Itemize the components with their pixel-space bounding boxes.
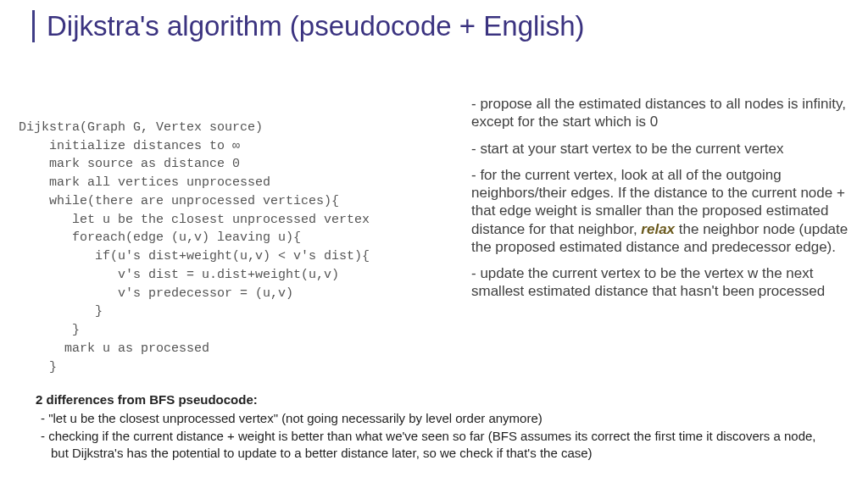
code-line: let u be the closest unprocessed vertex (19, 213, 370, 227)
code-line: while(there are unprocessed vertices){ (19, 194, 339, 208)
english-point: - update the current vertex to be the ve… (471, 264, 853, 301)
code-line: } (19, 323, 80, 337)
code-line: if(u's dist+weight(u,v) < v's dist){ (19, 249, 370, 263)
english-point: - for the current vertex, look at all of… (471, 166, 853, 256)
diffs-heading: 2 differences from BFS pseudocode: (36, 391, 832, 408)
code-line: mark u as processed (19, 341, 209, 356)
diffs-item: - "let u be the closest unprocessed vert… (36, 410, 832, 427)
code-line: } (19, 304, 103, 319)
code-line: mark all vertices unprocessed (19, 175, 270, 190)
english-point: - start at your start vertex to be the c… (471, 140, 853, 158)
pseudocode-block: Dijkstra(Graph G, Vertex source) initial… (19, 100, 370, 376)
bfs-differences: 2 differences from BFS pseudocode: - "le… (36, 391, 832, 463)
diffs-item: - checking if the current distance + wei… (36, 428, 832, 461)
slide-title: Dijkstra's algorithm (pseudocode + Engli… (47, 10, 585, 42)
english-explanation: - propose all the estimated distances to… (471, 95, 853, 309)
code-line: foreach(edge (u,v) leaving u){ (19, 230, 301, 245)
code-line: v's predecessor = (u,v) (19, 286, 293, 301)
code-line: Dijkstra(Graph G, Vertex source) (19, 120, 263, 135)
code-line: initialize distances to ∞ (19, 139, 240, 153)
relax-emphasis: relax (641, 221, 675, 237)
code-line: v's dist = u.dist+weight(u,v) (19, 268, 339, 282)
title-bar: Dijkstra's algorithm (pseudocode + Engli… (32, 10, 585, 42)
code-line: } (19, 360, 57, 374)
english-point: - propose all the estimated distances to… (471, 95, 853, 131)
code-line: mark source as distance 0 (19, 157, 240, 171)
